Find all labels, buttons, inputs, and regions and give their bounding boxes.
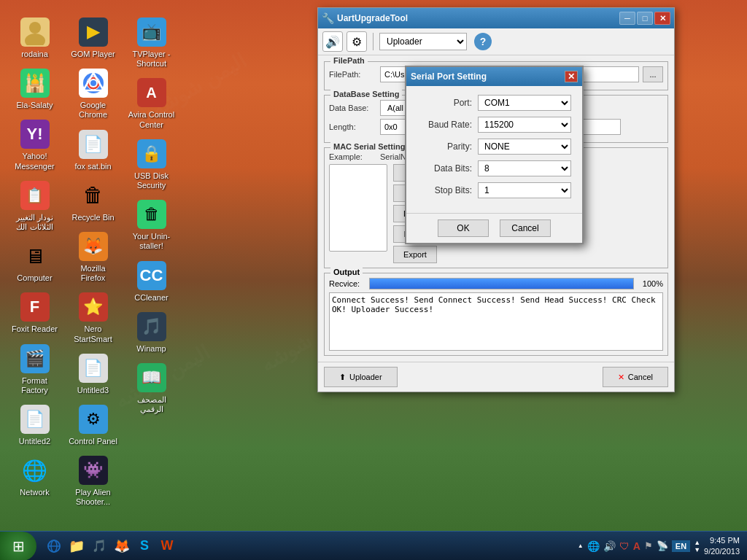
icon-untitled3[interactable]: 📄 Untitled3 [66,351,120,398]
dialog-content: Port: COM1 COM2 COM3 COM4 Baud Rate: 960… [406,86,582,213]
icon-label-recycle: Recycle Bin [71,213,114,222]
dialog-cancel-button[interactable]: Cancel [500,219,551,237]
desktop-icons: rodaina 🕌 Ela-Salaty Y! Yahoo! Messenger… [0,7,179,518]
taskbar-firefox-icon[interactable]: 🦊 [112,536,132,556]
close-button[interactable]: ✕ [654,12,670,25]
icon-google-chrome[interactable]: Google Chrome [66,66,120,122]
databits-select[interactable]: 5 6 7 8 [478,160,571,176]
clock[interactable]: 9:45 PM 9/20/2013 [704,535,740,556]
baud-label: Baud Rate: [417,120,472,130]
icon-rodaina[interactable]: rodaina [7,15,62,62]
icon-ccleaner[interactable]: CC CCleaner [124,258,179,306]
icon-label-control-panel: Control Panel [69,437,117,446]
icon-computer[interactable]: 🖥 Computer [7,238,62,286]
svg-point-1 [25,34,45,45]
dialog-close-button[interactable]: ✕ [565,71,578,82]
network-traffic-arrows: ▲ ▼ [694,539,700,553]
icon-avira[interactable]: A Avira Control Center [124,75,179,132]
progress-row: Recvice: 100% [329,278,663,289]
port-select[interactable]: COM1 COM2 COM3 COM4 [478,95,571,111]
tray-security-icon[interactable]: 🛡 [619,540,630,552]
browse-button[interactable]: ... [643,66,663,82]
icon-label-loquandir: نودار التغيير الثلاثات الك [10,213,59,232]
icon-label-ela-salaty: Ela-Salaty [16,101,53,110]
restore-button[interactable]: □ [637,12,653,25]
window-titlebar[interactable]: 🔧 UartUpgradeTool ─ □ ✕ [318,8,674,28]
icon-fox-sat-bin[interactable]: 📄 fox sat.bin [66,127,120,174]
taskbar-ie-icon[interactable] [44,536,64,556]
tray-misc-icon2[interactable]: 📡 [657,540,668,551]
taskbar: ⊞ 📁 🎵 🦊 S W ▲ 🌐 🔊 [0,531,747,560]
export-button[interactable]: Export [393,246,437,263]
toolbar-separator [373,33,374,50]
start-button[interactable]: ⊞ [0,532,36,561]
mac-list[interactable] [329,164,387,252]
parity-select[interactable]: NONE ODD EVEN [478,139,571,155]
uploader-footer-label: Uploader [349,373,382,381]
dialog-titlebar[interactable]: Serial Port Setting ✕ [406,67,582,86]
taskbar-folder-icon[interactable]: 📁 [66,536,87,556]
output-section: Output Recvice: 100% Connect Success! Se… [324,273,668,356]
icon-recycle-bin[interactable]: 🗑 Recycle Bin [66,178,120,225]
databits-label: Data Bits: [417,163,472,174]
icon-winamp[interactable]: 🎵 Winamp [124,309,179,357]
cancel-footer-button[interactable]: ✕ Cancel [603,367,668,387]
icon-untitled2[interactable]: 📄 Untitled2 [7,402,62,449]
icon-network[interactable]: 🌐 Network [7,453,62,500]
settings-icon-button[interactable]: ⚙ [347,31,367,52]
icon-control-panel[interactable]: ⚙ Control Panel [66,402,120,449]
icon-label-rodaina: rodaina [21,50,48,59]
icon-usb-disk-security[interactable]: 🔒 USB Disk Security [124,136,179,193]
log-area[interactable]: Connect Success! Send Connect Success! S… [329,292,663,351]
stopbits-select[interactable]: 1 1.5 2 [478,182,571,198]
minimize-button[interactable]: ─ [619,12,635,25]
icon-label-uninstaller: Your Unin-staller! [127,232,176,251]
icon-label-tvplayer: TVPlayer - Shortcut [127,50,176,69]
icon-nero-startsmart[interactable]: ⭐ Nero StartSmart [66,289,120,346]
taskbar-items: 📁 🎵 🦊 S W [40,536,570,556]
uploader-icon: ⬆ [339,373,346,382]
uploader-footer-button[interactable]: ⬆ Uploader [324,367,398,387]
help-button[interactable]: ? [474,33,492,50]
tray-network-icon[interactable]: 🌐 [587,540,600,552]
icon-almushaf[interactable]: 📖 المصحف الرقمي [124,360,179,417]
clock-time: 9:45 PM [704,535,740,545]
icon-ela-salaty[interactable]: 🕌 Ela-Salaty [7,66,62,113]
icon-play-alien-shooter[interactable]: 👾 Play Alien Shooter... [66,453,120,510]
icon-mozilla-firefox[interactable]: 🦊 Mozilla Firefox [66,229,120,286]
icon-label-almushaf: المصحف الرقمي [127,395,176,414]
window-footer: ⬆ Uploader ✕ Cancel [318,362,674,392]
icon-foxit-reader[interactable]: F Foxit Reader [7,289,62,337]
tray-antivirus-icon[interactable]: A [633,540,640,552]
progress-bar [369,278,634,289]
baud-select[interactable]: 9600 19200 38400 57600 115200 [478,117,571,133]
cancel-icon: ✕ [618,373,624,382]
icon-loquandir[interactable]: 📋 نودار التغيير الثلاثات الك [7,178,62,235]
baud-row: Baud Rate: 9600 19200 38400 57600 115200 [417,117,571,133]
icon-label-winamp: Winamp [136,344,166,354]
taskbar-skype-icon[interactable]: S [134,536,155,556]
icon-format-factory[interactable]: 🎬 Format Factory [7,341,62,398]
parity-row: Parity: NONE ODD EVEN [417,139,571,155]
icon-gom-player[interactable]: ▶ GOM Player [66,15,120,62]
taskbar-office-icon[interactable]: W [157,536,177,556]
dialog-ok-button[interactable]: OK [438,219,489,237]
tray-show-hidden[interactable]: ▲ [578,542,584,549]
speaker-icon-button[interactable]: 🔊 [322,31,343,52]
icon-tvplayer[interactable]: 📺 TVPlayer - Shortcut [124,15,179,71]
mode-dropdown[interactable]: Uploader Downloader [379,33,467,50]
filepath-section-label: FilePath [330,56,368,65]
progress-text: 100% [638,279,663,288]
cancel-footer-label: Cancel [628,373,653,381]
port-row: Port: COM1 COM2 COM3 COM4 [417,95,571,111]
icon-yahoo-messenger[interactable]: Y! Yahoo! Messenger [7,117,62,174]
window-title: UartUpgradeTool [337,13,619,23]
stopbits-label: Stop Bits: [417,185,472,195]
databits-row: Data Bits: 5 6 7 8 [417,160,571,176]
language-indicator[interactable]: EN [672,540,690,552]
tray-misc-icon1[interactable]: ⚑ [644,540,653,551]
tray-volume-icon[interactable]: 🔊 [603,540,616,552]
taskbar-winamp-icon[interactable]: 🎵 [89,536,109,556]
icon-your-uninstaller[interactable]: 🗑 Your Unin-staller! [124,197,179,254]
svg-point-0 [29,22,41,34]
